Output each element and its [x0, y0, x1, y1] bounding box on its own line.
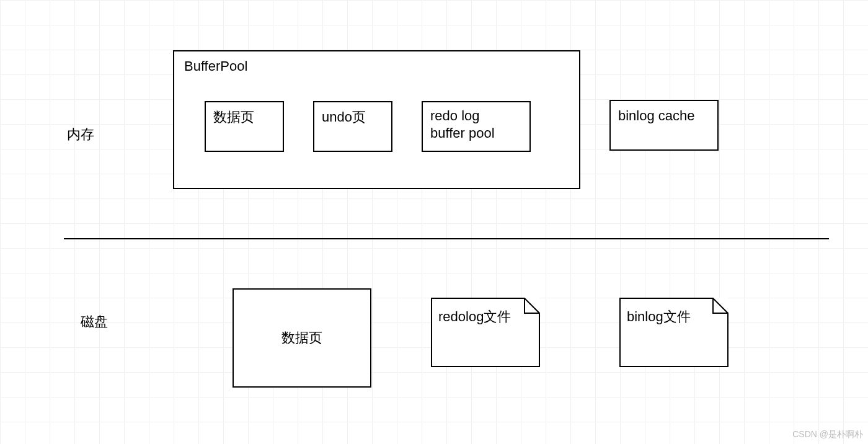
redo-buffer-line1: redo log [430, 107, 522, 125]
binlog-cache-box: binlog cache [609, 100, 719, 151]
separator-line [64, 238, 829, 239]
data-page-label-disk: 数据页 [281, 329, 322, 347]
memory-label: 内存 [67, 125, 94, 144]
binlog-file-label: binlog文件 [627, 308, 691, 326]
bufferpool-box: BufferPool 数据页 undo页 redo log buffer poo… [173, 50, 580, 189]
redolog-file-label: redolog文件 [438, 308, 511, 326]
data-page-box-memory: 数据页 [205, 101, 284, 152]
binlog-cache-label: binlog cache [618, 108, 695, 123]
redo-buffer-line2: buffer pool [430, 125, 522, 142]
binlog-file-note: binlog文件 [619, 298, 728, 367]
watermark: CSDN @是朴啊朴 [792, 429, 863, 440]
undo-page-label: undo页 [322, 109, 366, 125]
redolog-file-note: redolog文件 [431, 298, 540, 367]
data-page-box-disk: 数据页 [232, 288, 371, 388]
redo-buffer-box: redo log buffer pool [422, 101, 531, 152]
bufferpool-title: BufferPool [184, 58, 247, 75]
data-page-label-memory: 数据页 [213, 109, 254, 125]
disk-label: 磁盘 [81, 313, 108, 331]
undo-page-box: undo页 [313, 101, 392, 152]
